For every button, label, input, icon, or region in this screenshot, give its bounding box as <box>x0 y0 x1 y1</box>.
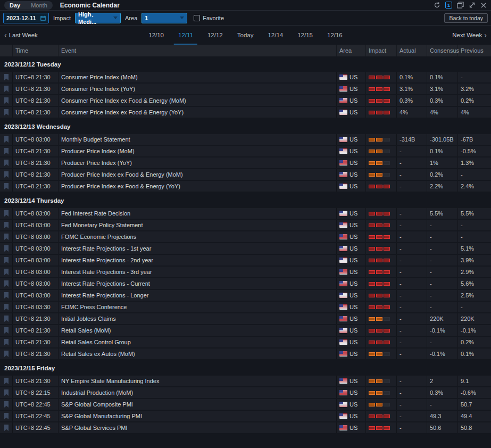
week-day[interactable]: 12/12 <box>207 26 223 45</box>
event-name: Consumer Price Index (YoY) <box>59 84 337 94</box>
table-row[interactable]: UTC+8 21:30 Retail Sales ex Autos (MoM) … <box>0 349 491 359</box>
actual-value: 0.1% <box>397 72 427 82</box>
table-row[interactable]: UTC+8 03:00 Interest Rate Projections - … <box>0 290 491 301</box>
consensus-value: - <box>427 267 458 277</box>
consensus-value: - <box>427 302 458 312</box>
week-day[interactable]: 12/14 <box>268 26 283 45</box>
bookmark-icon[interactable] <box>4 339 9 345</box>
bookmark-icon[interactable] <box>4 292 9 298</box>
event-time: UTC+8 03:30 <box>13 302 59 312</box>
bookmark-icon[interactable] <box>4 148 9 154</box>
actual-value: - <box>397 278 427 289</box>
area-select[interactable]: 1 <box>142 13 187 23</box>
week-day[interactable]: Today <box>237 26 254 45</box>
week-day[interactable]: 12/15 <box>297 26 313 45</box>
bookmark-icon[interactable] <box>4 74 9 80</box>
bookmark-icon[interactable] <box>4 413 9 419</box>
table-row[interactable]: UTC+8 03:00 Interest Rate Projections - … <box>0 267 491 277</box>
table-row[interactable]: UTC+8 03:00 Interest Rate Projections - … <box>0 255 491 266</box>
restore-window-icon[interactable] <box>457 2 464 9</box>
table-row[interactable]: UTC+8 21:30 NY Empire State Manufacturin… <box>0 376 491 386</box>
bookmark-icon[interactable] <box>4 316 9 322</box>
event-time: UTC+8 21:30 <box>13 313 59 324</box>
event-time: UTC+8 21:30 <box>13 169 59 180</box>
bookmark-icon[interactable] <box>4 160 9 166</box>
bookmark-icon[interactable] <box>4 378 9 384</box>
refresh-icon[interactable] <box>434 2 440 9</box>
us-flag-icon <box>339 413 347 419</box>
table-row[interactable]: UTC+8 03:00 Fed Interest Rate Decision U… <box>0 208 491 219</box>
calendar-icon[interactable] <box>40 15 46 21</box>
week-day[interactable]: 12/16 <box>327 26 343 45</box>
bookmark-icon[interactable] <box>4 401 9 408</box>
date-input[interactable] <box>6 15 38 21</box>
bookmark-icon[interactable] <box>4 210 9 217</box>
table-row[interactable]: UTC+8 21:30 Retail Sales (MoM) US - -0.1… <box>0 325 491 336</box>
event-name: S&P Global Manufacturing PMI <box>59 411 337 421</box>
favorite-checkbox[interactable] <box>194 15 200 21</box>
impact-indicator <box>369 352 390 356</box>
bookmark-icon[interactable] <box>4 97 9 104</box>
table-row[interactable]: UTC+8 21:30 Producer Price Index (YoY) U… <box>0 157 491 168</box>
table-row[interactable]: UTC+8 03:00 FOMC Economic Projections US… <box>0 231 491 242</box>
bookmark-icon[interactable] <box>4 222 9 228</box>
consensus-value: 0.3% <box>427 95 458 106</box>
consensus-value: 2.2% <box>427 181 458 192</box>
table-row[interactable]: UTC+8 21:30 Consumer Price Index ex Food… <box>0 107 491 118</box>
bookmark-icon[interactable] <box>4 351 9 357</box>
table-row[interactable]: UTC+8 03:30 FOMC Press Conference US - -… <box>0 302 491 312</box>
table-row[interactable]: UTC+8 21:30 Producer Price Index ex Food… <box>0 169 491 180</box>
bookmark-icon[interactable] <box>4 171 9 178</box>
table-row[interactable]: UTC+8 03:00 Fed Monetary Policy Statemen… <box>0 220 491 230</box>
date-picker[interactable] <box>3 13 49 23</box>
bookmark-icon[interactable] <box>4 425 9 431</box>
impact-indicator <box>369 87 390 91</box>
week-day[interactable]: 12/10 <box>148 26 164 45</box>
impact-select[interactable]: High、Medi... <box>75 13 121 23</box>
tab-day[interactable]: Day <box>4 1 26 10</box>
event-time: UTC+8 21:30 <box>13 181 59 192</box>
event-name: Consumer Price Index ex Food & Energy (Y… <box>59 107 337 118</box>
bookmark-icon[interactable] <box>4 327 9 334</box>
table-row[interactable]: UTC+8 22:45 S&P Global Services PMI US -… <box>0 422 491 433</box>
bookmark-icon[interactable] <box>4 245 9 252</box>
last-week-button[interactable]: ‹ Last Week <box>4 31 38 39</box>
table-row[interactable]: UTC+8 03:00 Interest Rate Projections - … <box>0 278 491 289</box>
event-name: Retail Sales Control Group <box>59 337 337 347</box>
event-time: UTC+8 21:30 <box>13 95 59 106</box>
tab-month[interactable]: Month <box>26 1 53 10</box>
table-row[interactable]: UTC+8 03:00 Monthly Budget Statement US … <box>0 134 491 145</box>
actual-value: - <box>397 313 427 324</box>
table-row[interactable]: UTC+8 21:30 Producer Price Index (MoM) U… <box>0 146 491 156</box>
table-row[interactable]: UTC+8 22:45 S&P Global Manufacturing PMI… <box>0 411 491 421</box>
table-row[interactable]: UTC+8 21:30 Consumer Price Index (YoY) U… <box>0 84 491 94</box>
close-icon[interactable] <box>480 2 487 9</box>
table-row[interactable]: UTC+8 21:30 Initial Jobless Claims US - … <box>0 313 491 324</box>
table-row[interactable]: UTC+8 22:15 Industrial Production (MoM) … <box>0 387 491 398</box>
table-row[interactable]: UTC+8 21:30 Producer Price Index ex Food… <box>0 181 491 192</box>
week-day[interactable]: 12/11 <box>178 26 193 45</box>
bookmark-icon[interactable] <box>4 86 9 92</box>
event-time: UTC+8 21:30 <box>13 72 59 82</box>
back-to-today-button[interactable]: Back to today <box>444 13 488 23</box>
table-row[interactable]: UTC+8 21:30 Consumer Price Index (MoM) U… <box>0 72 491 82</box>
table-row[interactable]: UTC+8 22:45 S&P Global Composite PMI US … <box>0 399 491 410</box>
bookmark-icon[interactable] <box>4 234 9 240</box>
bookmark-icon[interactable] <box>4 109 9 115</box>
table-row[interactable]: UTC+8 21:30 Retail Sales Control Group U… <box>0 337 491 347</box>
bookmark-icon[interactable] <box>4 183 9 189</box>
table-row[interactable]: UTC+8 21:30 Consumer Price Index ex Food… <box>0 95 491 106</box>
next-week-button[interactable]: Next Week › <box>452 31 487 39</box>
bookmark-icon[interactable] <box>4 389 9 396</box>
panel-count-badge[interactable]: 1 <box>445 2 452 9</box>
table-row[interactable]: UTC+8 03:00 Interest Rate Projections - … <box>0 243 491 254</box>
bookmark-icon[interactable] <box>4 304 9 310</box>
expand-icon[interactable] <box>469 2 476 9</box>
bookmark-icon[interactable] <box>4 257 9 263</box>
bookmark-icon[interactable] <box>4 269 9 275</box>
actual-value: - <box>397 220 427 230</box>
impact-indicator <box>369 247 390 251</box>
event-name: FOMC Press Conference <box>59 302 337 312</box>
bookmark-icon[interactable] <box>4 136 9 143</box>
bookmark-icon[interactable] <box>4 280 9 287</box>
